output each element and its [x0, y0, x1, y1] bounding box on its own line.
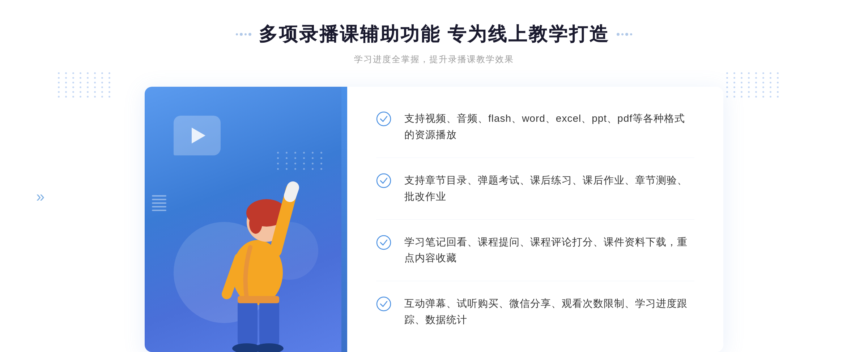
- page-wrapper: » 多项录播课辅助功能 专为线上教学打造 学习进度全掌握，提升录播课教学效果: [0, 0, 868, 352]
- feature-item-3: 学习笔记回看、课程提问、课程评论打分、课件资料下载，重点内容收藏: [376, 220, 694, 282]
- title-dot: [630, 33, 632, 35]
- svg-point-12: [377, 112, 391, 126]
- feature-text-4: 互动弹幕、试听购买、微信分享、观看次数限制、学习进度跟踪、数据统计: [404, 296, 694, 328]
- title-dot: [236, 33, 238, 35]
- play-icon: [192, 128, 205, 143]
- check-circle-icon-4: [376, 296, 391, 312]
- header-section: 多项录播课辅助功能 专为线上教学打造 学习进度全掌握，提升录播课教学效果: [236, 22, 632, 65]
- svg-rect-7: [238, 298, 258, 348]
- accent-bar: [341, 87, 347, 352]
- feature-item-4: 互动弹幕、试听购买、微信分享、观看次数限制、学习进度跟踪、数据统计: [376, 281, 694, 343]
- half-circles-decoration: [152, 195, 166, 211]
- feature-item-2: 支持章节目录、弹题考试、课后练习、课后作业、章节测验、批改作业: [376, 158, 694, 220]
- feature-text-2: 支持章节目录、弹题考试、课后练习、课后作业、章节测验、批改作业: [404, 172, 694, 205]
- features-panel: 支持视频、音频、flash、word、excel、ppt、pdf等各种格式的资源…: [347, 87, 723, 352]
- svg-line-6: [290, 188, 293, 196]
- person-illustration: [200, 142, 315, 352]
- main-title: 多项录播课辅助功能 专为线上教学打造: [259, 22, 609, 47]
- svg-point-10: [255, 343, 284, 352]
- content-card: 支持视频、音频、flash、word、excel、ppt、pdf等各种格式的资源…: [145, 87, 723, 352]
- feature-item-1: 支持视频、音频、flash、word、excel、ppt、pdf等各种格式的资源…: [376, 96, 694, 158]
- svg-point-15: [377, 297, 391, 311]
- title-dots-right: [617, 33, 632, 36]
- dots-decoration-left: [58, 72, 113, 98]
- title-dot: [248, 33, 251, 36]
- title-dot: [617, 33, 620, 36]
- title-dot: [244, 33, 247, 35]
- chevron-decoration: »: [36, 188, 42, 205]
- subtitle: 学习进度全掌握，提升录播课教学效果: [236, 53, 632, 65]
- svg-point-3: [249, 214, 262, 234]
- check-circle-icon-1: [376, 111, 391, 126]
- check-circle-icon-3: [376, 235, 391, 250]
- dots-decoration-right: [726, 72, 781, 98]
- svg-point-14: [377, 236, 391, 249]
- svg-rect-11: [238, 296, 279, 303]
- title-dot: [625, 33, 628, 36]
- feature-text-3: 学习笔记回看、课程提问、课程评论打分、课件资料下载，重点内容收藏: [404, 234, 694, 267]
- feature-text-1: 支持视频、音频、flash、word、excel、ppt、pdf等各种格式的资源…: [404, 111, 694, 143]
- title-dot: [621, 33, 624, 35]
- title-row: 多项录播课辅助功能 专为线上教学打造: [236, 22, 632, 47]
- illustration-panel: [145, 87, 347, 352]
- title-dots-left: [236, 33, 251, 36]
- svg-rect-8: [259, 298, 279, 348]
- check-circle-icon-2: [376, 173, 391, 188]
- title-dot: [240, 33, 243, 36]
- svg-point-13: [377, 174, 391, 188]
